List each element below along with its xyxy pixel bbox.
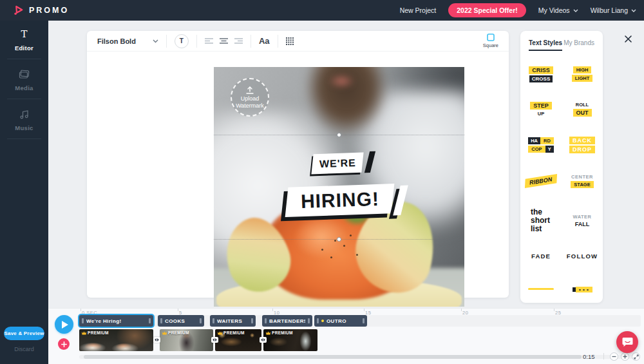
close-panel-button[interactable] (622, 33, 634, 44)
clip-trim-handle[interactable] (160, 318, 162, 323)
timeline-clip[interactable]: We're Hiring! (79, 315, 153, 327)
video-thumbnail-chef-plating[interactable]: PREMIUM (79, 329, 153, 351)
text-style-criss-cross[interactable]: CRISSCROSS (520, 57, 562, 91)
clip-trim-handle[interactable] (265, 318, 267, 323)
font-family-select[interactable]: Filson Bold (97, 37, 158, 45)
video-thumbnail-dark-dining[interactable]: PREMIUM (215, 329, 261, 351)
resize-handle[interactable] (337, 237, 341, 242)
transition-arrows-icon (155, 338, 159, 341)
crown-icon (218, 331, 222, 335)
crown-icon (82, 331, 86, 335)
close-icon (625, 35, 632, 43)
text-style-the-short-list[interactable]: theshortlist (520, 199, 562, 242)
transition-button[interactable] (211, 337, 218, 343)
sesame-seeds (334, 240, 336, 242)
text-style-underline[interactable] (520, 270, 562, 302)
premium-badge-label: PREMIUM (88, 330, 109, 335)
add-clip-button[interactable] (58, 338, 70, 350)
tab-my-brands[interactable]: My Brands (564, 39, 594, 51)
headline-big-text[interactable]: HIRING! (285, 184, 395, 217)
text-style-center-stage[interactable]: CENTERSTAGE (562, 163, 603, 199)
top-bar: PROMO New Project 2022 Special Offer! My… (0, 0, 644, 21)
left-sidebar: TEditorMediaMusic (0, 21, 48, 364)
clip-trim-handle[interactable] (149, 318, 151, 323)
video-thumbnail-restaurant-staff[interactable]: PREMIUM (160, 329, 213, 351)
toolbar-divider (278, 35, 278, 48)
upload-icon (245, 86, 254, 95)
clip-trim-handle[interactable] (317, 318, 319, 323)
headline-small-text[interactable]: WE'RE (311, 153, 363, 175)
tab-text-styles[interactable]: Text Styles (529, 39, 562, 51)
expand-timeline-button[interactable] (632, 352, 640, 361)
timeline-clip[interactable]: WAITERS (210, 315, 256, 327)
sidebar-item-editor[interactable]: TEditor (0, 21, 48, 57)
aspect-ratio-button[interactable]: Square (483, 34, 498, 48)
promo-logo-icon (13, 5, 24, 16)
toolbar-divider (251, 35, 251, 48)
special-offer-button[interactable]: 2022 Special Offer! (448, 3, 526, 17)
transition-button[interactable] (260, 337, 267, 343)
sidebar-divider (7, 139, 41, 139)
align-right-icon[interactable] (234, 38, 243, 44)
upload-watermark-button[interactable]: Upload Watermark (231, 78, 269, 117)
text-style-hard-copy[interactable]: HARDCOPY (520, 127, 562, 163)
sidebar-item-music[interactable]: Music (0, 101, 48, 137)
text-style-marker[interactable] (562, 270, 603, 302)
clip-trim-handle[interactable] (213, 318, 214, 323)
text-style-back-drop[interactable]: BACKDROP (562, 127, 603, 163)
align-left-icon[interactable] (205, 38, 213, 44)
user-menu[interactable]: Wilbur Liang (591, 6, 636, 14)
save-preview-button[interactable]: Save & Preview (4, 327, 44, 340)
layout-grid-button[interactable] (286, 37, 294, 45)
text-style-ribbon[interactable]: RIBBON (520, 163, 562, 199)
chat-bubble-icon (622, 337, 633, 347)
text-style-water-fall[interactable]: WATERFALL (562, 199, 603, 242)
chat-widget-button[interactable] (616, 331, 638, 353)
timeline-clip[interactable]: COOKS (158, 315, 204, 327)
clip-trim-handle[interactable] (251, 318, 253, 323)
timeline-clip[interactable]: BARTENDERS (262, 315, 312, 327)
zoom-out-button[interactable] (610, 352, 618, 361)
selection-guide-top (214, 135, 464, 135)
music-note-icon (0, 109, 48, 120)
text-style-high-light[interactable]: HIGHLIGHT (562, 57, 603, 91)
clip-label: WAITERS (217, 318, 249, 324)
clip-status-dot (321, 320, 324, 322)
timeline-clip[interactable]: OUTRO (314, 315, 367, 327)
text-style-follow[interactable]: FOLLOW (562, 242, 603, 270)
ruler-tick (272, 309, 273, 311)
text-style-roll-out[interactable]: ROLLOUT (562, 91, 603, 127)
clip-trim-handle[interactable] (200, 318, 202, 323)
crown-icon (162, 331, 167, 335)
video-thumbnail-bar-drinks[interactable]: PREMIUM (263, 329, 317, 351)
play-button[interactable] (55, 315, 73, 334)
transition-arrows-icon (261, 338, 265, 341)
media-icon (0, 69, 48, 80)
sidebar-divider (7, 59, 41, 59)
chef-lips (329, 74, 354, 88)
chevron-down-icon (631, 9, 636, 12)
new-project-link[interactable]: New Project (400, 6, 437, 14)
crown-icon (266, 331, 270, 335)
video-canvas[interactable]: Upload Watermark WE'RE HIRING! (214, 67, 464, 307)
zoom-in-button[interactable] (621, 352, 629, 361)
promo-logo[interactable]: PROMO (0, 5, 69, 16)
sidebar-item-media[interactable]: Media (0, 61, 48, 97)
text-styles-panel: Text Styles My Brands CRISSCROSSHIGHLIGH… (520, 31, 603, 303)
timeline-scrollbar-thumb[interactable] (84, 355, 582, 359)
align-center-icon[interactable] (220, 38, 228, 44)
clip-trim-handle[interactable] (363, 318, 365, 323)
text-toolbar: Filson Bold T Aa Square (87, 31, 509, 52)
clip-trim-handle[interactable] (308, 318, 310, 323)
my-videos-menu[interactable]: My Videos (538, 6, 578, 14)
ruler-tick (554, 309, 554, 311)
text-tool-button[interactable]: T (175, 34, 189, 48)
clip-trim-handle[interactable] (82, 318, 84, 323)
resize-handle[interactable] (337, 133, 341, 137)
text-style-button[interactable]: Aa (259, 36, 270, 46)
text-style-fade[interactable]: FADE (520, 242, 562, 270)
sidebar-nav: TEditorMediaMusic (0, 21, 48, 139)
transition-button[interactable] (153, 337, 160, 343)
text-style-step-up[interactable]: STEPUP (520, 91, 562, 127)
discard-link[interactable]: Discard (0, 346, 48, 352)
